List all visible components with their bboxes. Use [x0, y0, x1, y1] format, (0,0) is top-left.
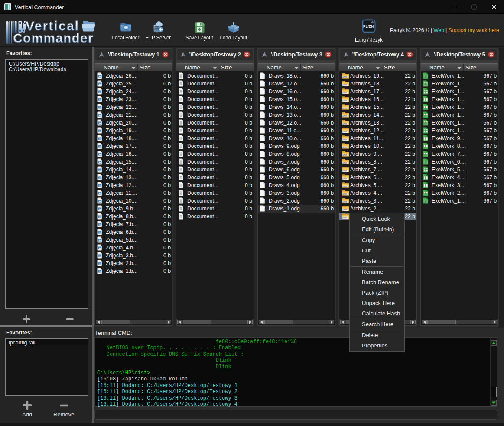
svg-text:PL/EN: PL/EN	[363, 25, 374, 29]
